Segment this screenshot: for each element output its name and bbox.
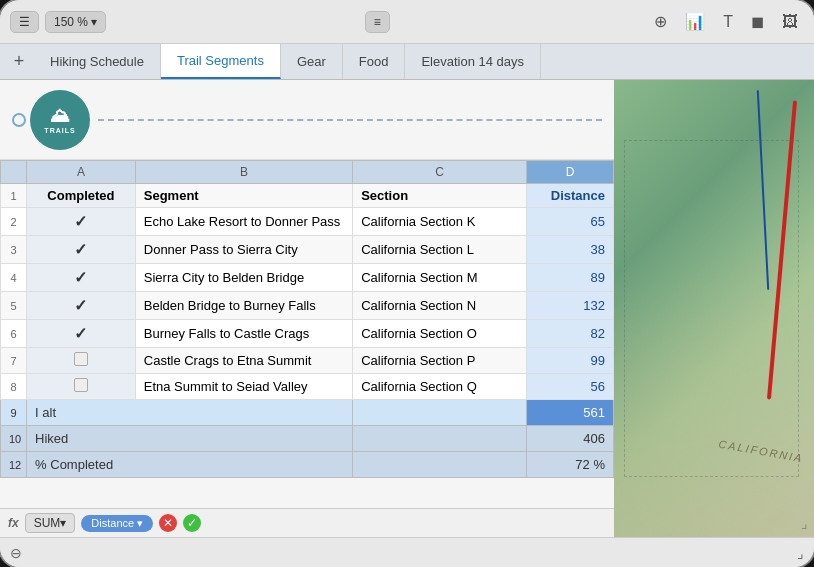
bottom-icon-right[interactable]: ⌟ [797,545,804,561]
circle-indicator [12,113,26,127]
formula-sum-btn[interactable]: SUM▾ [25,513,76,533]
cell-distance: 65 [527,208,614,236]
row-num-6: 6 [1,320,27,348]
table-container[interactable]: A B C D 1 Completed Segment [0,160,614,508]
view-toggle-btn[interactable]: ☰ [10,11,39,33]
cell-section: California Section L [353,236,527,264]
table-row: 3✓Donner Pass to Sierra CityCalifornia S… [1,236,614,264]
formula-cancel-btn[interactable]: ✕ [159,514,177,532]
cell-segment: Etna Summit to Seiad Valley [135,374,352,400]
table-row: 4✓Sierra City to Belden BridgeCalifornia… [1,264,614,292]
col-header-row: A B C D [1,161,614,184]
summary-empty [353,452,527,478]
resize-handle[interactable]: ⌟ [801,515,808,531]
cell-distance: 82 [527,320,614,348]
header-section: Section [353,184,527,208]
table-row: 6✓Burney Falls to Castle CragsCalifornia… [1,320,614,348]
summary-row: 12% Completed72 % [1,452,614,478]
formula-distance-tag[interactable]: Distance ▾ [81,515,153,532]
add-btn[interactable]: ⊕ [648,8,673,35]
formula-fx-label: fx [8,516,19,530]
summary-value: 561 [527,400,614,426]
cell-section: California Section P [353,348,527,374]
checkbox-empty [74,378,88,392]
cell-completed[interactable]: ✓ [27,264,136,292]
device-frame: ☰ 150 % ▾ ≡ ⊕ 📊 T ◼ 🖼 + Hiking Schedule … [0,0,814,567]
logo-circle: ⛰ TRAILS [30,90,90,150]
header-segment: Segment [135,184,352,208]
cell-section: California Section Q [353,374,527,400]
checkmark-icon: ✓ [74,297,87,314]
row-num-2: 2 [1,208,27,236]
summary-label: I alt [27,400,353,426]
bottom-icon-left[interactable]: ⊖ [10,545,22,561]
summary-row-num-9: 9 [1,400,27,426]
table-body: 2✓Echo Lake Resort to Donner PassCalifor… [1,208,614,478]
cell-completed[interactable]: ✓ [27,208,136,236]
color-btn[interactable]: ◼ [745,8,770,35]
checkmark-icon: ✓ [74,241,87,258]
logo-icon: ⛰ [50,105,71,125]
table-row: 8Etna Summit to Seiad ValleyCalifornia S… [1,374,614,400]
zoom-dropdown-icon: ▾ [91,15,97,29]
header-distance: Distance [527,184,614,208]
cell-completed[interactable] [27,348,136,374]
row-num-4: 4 [1,264,27,292]
map-border-box [624,140,799,477]
row-num-8: 8 [1,374,27,400]
col-header-c[interactable]: C [353,161,527,184]
zoom-control[interactable]: 150 % ▾ [45,11,106,33]
tab-gear[interactable]: Gear [281,44,343,79]
tab-bar: + Hiking Schedule Trail Segments Gear Fo… [0,44,814,80]
tab-elevation[interactable]: Elevation 14 days [405,44,541,79]
add-sheet-btn[interactable]: + [4,44,34,79]
checkmark-icon: ✓ [74,213,87,230]
summary-empty [353,400,527,426]
summary-empty [353,426,527,452]
tab-food[interactable]: Food [343,44,406,79]
spreadsheet-area: ⛰ TRAILS [0,80,614,537]
cell-distance: 99 [527,348,614,374]
cell-segment: Belden Bridge to Burney Falls [135,292,352,320]
text-btn[interactable]: T [717,9,739,35]
table-row: 2✓Echo Lake Resort to Donner PassCalifor… [1,208,614,236]
cell-section: California Section O [353,320,527,348]
tab-trail-segments[interactable]: Trail Segments [161,44,281,79]
col-header-a[interactable]: A [27,161,136,184]
cell-segment: Donner Pass to Sierra City [135,236,352,264]
tab-hiking-schedule[interactable]: Hiking Schedule [34,44,161,79]
cell-distance: 89 [527,264,614,292]
cell-segment: Sierra City to Belden Bridge [135,264,352,292]
cell-completed[interactable]: ✓ [27,320,136,348]
row-num-5: 5 [1,292,27,320]
cell-completed[interactable]: ✓ [27,236,136,264]
cell-completed[interactable]: ✓ [27,292,136,320]
cell-completed[interactable] [27,374,136,400]
row-num-7: 7 [1,348,27,374]
chart-btn[interactable]: 📊 [679,8,711,35]
cell-distance: 38 [527,236,614,264]
list-view-btn[interactable]: ≡ [365,11,390,33]
spreadsheet-table: A B C D 1 Completed Segment [0,160,614,478]
cell-section: California Section K [353,208,527,236]
col-header-b[interactable]: B [135,161,352,184]
dashed-separator [98,119,602,121]
summary-row: 10Hiked406 [1,426,614,452]
checkbox-empty [74,352,88,366]
row-num-1: 1 [1,184,27,208]
formula-accept-btn[interactable]: ✓ [183,514,201,532]
toolbar: ☰ 150 % ▾ ≡ ⊕ 📊 T ◼ 🖼 [0,0,814,44]
table-row: 7Castle Crags to Etna SummitCalifornia S… [1,348,614,374]
cell-distance: 56 [527,374,614,400]
map-area: CALIFORNIA ⌟ [614,80,814,537]
summary-label: Hiked [27,426,353,452]
summary-label: % Completed [27,452,353,478]
cell-segment: Castle Crags to Etna Summit [135,348,352,374]
zoom-level: 150 % [54,15,88,29]
sheet-header: ⛰ TRAILS [0,80,614,160]
header-completed: Completed [27,184,136,208]
image-btn[interactable]: 🖼 [776,9,804,35]
logo-text: TRAILS [44,127,75,134]
summary-value: 406 [527,426,614,452]
col-header-d[interactable]: D [527,161,614,184]
